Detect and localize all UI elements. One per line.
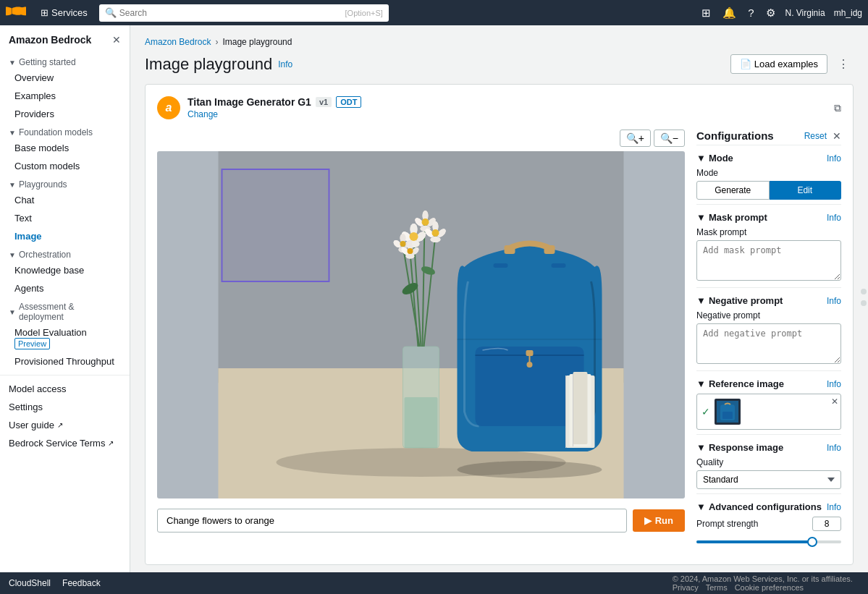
- sidebar-divider: [0, 375, 130, 376]
- page-title: Image playground: [145, 55, 272, 74]
- sidebar-item-knowledge-base[interactable]: Knowledge base: [0, 261, 130, 279]
- image-controls: 🔍+ 🔍−: [157, 130, 685, 147]
- app-layout: Amazon Bedrock ✕ ▼ Getting started Overv…: [0, 25, 868, 572]
- config-title: Configurations: [696, 130, 774, 142]
- sidebar-item-overview[interactable]: Overview: [0, 69, 130, 87]
- svg-point-40: [400, 241, 406, 247]
- sidebar-section-getting-started[interactable]: ▼ Getting started: [0, 53, 130, 69]
- mask-prompt-textarea[interactable]: [696, 240, 841, 281]
- config-negative-info[interactable]: Info: [827, 296, 841, 306]
- svg-rect-71: [573, 372, 588, 444]
- config-panel: Configurations Reset ✕ ▼ Mode: [696, 130, 841, 553]
- config-reference-info[interactable]: Info: [827, 379, 841, 389]
- sidebar-item-agents[interactable]: Agents: [0, 279, 130, 297]
- prompt-input[interactable]: [157, 509, 627, 533]
- config-advanced-title: ▼ Advanced configurations: [696, 501, 822, 512]
- scroll-hint-dot-1: [861, 289, 867, 294]
- region-selector[interactable]: N. Virginia: [785, 8, 825, 18]
- svg-point-58: [408, 248, 413, 254]
- external-link-icon: ↗: [108, 439, 114, 447]
- page-info-link[interactable]: Info: [278, 59, 292, 69]
- sidebar-item-text[interactable]: Text: [0, 209, 130, 227]
- run-button[interactable]: ▶ Run: [633, 509, 685, 532]
- more-menu-button[interactable]: ⋮: [833, 56, 854, 72]
- sidebar-item-provisioned-throughput[interactable]: Provisioned Throughput: [0, 352, 130, 370]
- config-mask-info[interactable]: Info: [827, 213, 841, 223]
- chevron-down-icon: ▼: [696, 153, 706, 164]
- settings-icon-button[interactable]: ⚙: [764, 5, 777, 21]
- model-name-text: Titan Image Generator G1: [187, 96, 311, 108]
- config-section-mode: ▼ Mode Info Mode Generate Edit: [696, 145, 841, 204]
- sidebar-item-custom-models[interactable]: Custom models: [0, 157, 130, 175]
- svg-rect-74: [222, 169, 329, 281]
- model-logo: a: [157, 96, 180, 119]
- svg-point-49: [432, 229, 439, 237]
- breadcrumb-parent-link[interactable]: Amazon Bedrock: [145, 37, 211, 47]
- sidebar-close-button[interactable]: ✕: [112, 34, 121, 46]
- sidebar-section-foundation-models[interactable]: ▼ Foundation models: [0, 123, 130, 139]
- bell-icon-button[interactable]: 🔔: [721, 5, 738, 21]
- negative-prompt-textarea[interactable]: [696, 323, 841, 364]
- config-negative-title: ▼ Negative prompt: [696, 295, 783, 306]
- reference-check-icon: ✓: [701, 406, 710, 417]
- services-label: Services: [51, 7, 88, 18]
- user-menu[interactable]: mh_idg: [834, 8, 862, 18]
- model-change-link[interactable]: Change: [187, 109, 827, 119]
- sidebar-item-examples[interactable]: Examples: [0, 87, 130, 105]
- reference-image-box[interactable]: ✓ ✕: [696, 394, 841, 430]
- breadcrumb: Amazon Bedrock › Image playground: [145, 37, 854, 47]
- config-advanced-header: ▼ Advanced configurations Info: [696, 501, 841, 512]
- config-mode-sublabel: Mode: [696, 168, 841, 178]
- sidebar-section-playgrounds[interactable]: ▼ Playgrounds: [0, 175, 130, 191]
- zoom-in-button[interactable]: 🔍+: [620, 130, 651, 147]
- image-area: 🔍+ 🔍−: [157, 130, 685, 553]
- chevron-down-icon: ▼: [9, 308, 16, 316]
- sidebar-section-orchestration[interactable]: ▼ Orchestration: [0, 245, 130, 261]
- quality-select[interactable]: Standard Premium: [696, 470, 841, 489]
- model-name-row: Titan Image Generator G1 v1 ODT: [187, 96, 827, 108]
- sidebar-item-providers[interactable]: Providers: [0, 105, 130, 123]
- file-icon: 📄: [740, 59, 751, 69]
- config-section-reference: ▼ Reference image Info ✓: [696, 370, 841, 434]
- mode-buttons: Generate Edit: [696, 181, 841, 200]
- reference-image-remove-button[interactable]: ✕: [831, 396, 838, 407]
- apps-icon-button[interactable]: ⊞: [700, 5, 712, 21]
- search-input[interactable]: [119, 8, 342, 18]
- edit-mode-button[interactable]: Edit: [770, 181, 842, 200]
- config-mask-sublabel: Mask prompt: [696, 227, 841, 237]
- config-advanced-info[interactable]: Info: [827, 502, 841, 512]
- sidebar-title: Amazon Bedrock: [9, 34, 91, 46]
- svg-rect-60: [505, 245, 515, 254]
- playground-card: a Titan Image Generator G1 v1 ODT Change…: [145, 84, 854, 565]
- svg-point-31: [422, 218, 429, 226]
- zoom-out-button[interactable]: 🔍−: [654, 130, 685, 147]
- search-bar: 🔍 [Option+S]: [99, 4, 389, 22]
- page-title-row: Image playground Info: [145, 55, 292, 74]
- config-section-response: ▼ Response image Info Quality Standard P…: [696, 434, 841, 493]
- help-icon-button[interactable]: ?: [746, 5, 755, 20]
- services-button[interactable]: ⊞ Services: [35, 4, 93, 21]
- config-close-button[interactable]: ✕: [833, 130, 841, 142]
- sidebar-section-assessment[interactable]: ▼ Assessment & deployment: [0, 297, 130, 323]
- top-nav: ⊞ Services 🔍 [Option+S] ⊞ 🔔 ? ⚙ N. Virgi…: [0, 0, 868, 25]
- sidebar-item-user-guide[interactable]: User guide ↗: [0, 416, 130, 434]
- image-canvas[interactable]: [157, 151, 685, 498]
- prompt-strength-row: Prompt strength: [696, 517, 841, 531]
- sidebar-item-image[interactable]: Image: [0, 227, 130, 245]
- load-examples-button[interactable]: 📄 Load examples: [730, 54, 827, 74]
- model-copy-button[interactable]: ⧉: [834, 102, 841, 114]
- sidebar-item-bedrock-service-terms[interactable]: Bedrock Service Terms ↗: [0, 434, 130, 452]
- sidebar-item-chat[interactable]: Chat: [0, 191, 130, 209]
- config-mode-info[interactable]: Info: [827, 153, 841, 164]
- config-response-info[interactable]: Info: [827, 443, 841, 453]
- prompt-strength-value[interactable]: [812, 517, 841, 531]
- sidebar-item-model-access[interactable]: Model access: [0, 380, 130, 398]
- sidebar-item-model-evaluation[interactable]: Model Evaluation Preview: [0, 323, 130, 352]
- model-tag-badge[interactable]: ODT: [336, 96, 361, 108]
- sidebar-item-base-models[interactable]: Base models: [0, 139, 130, 157]
- generate-mode-button[interactable]: Generate: [696, 181, 770, 200]
- sidebar-item-settings[interactable]: Settings: [0, 398, 130, 416]
- config-reset-link[interactable]: Reset: [804, 131, 827, 141]
- chevron-down-icon: ▼: [9, 59, 16, 67]
- config-quality-label: Quality: [696, 457, 841, 467]
